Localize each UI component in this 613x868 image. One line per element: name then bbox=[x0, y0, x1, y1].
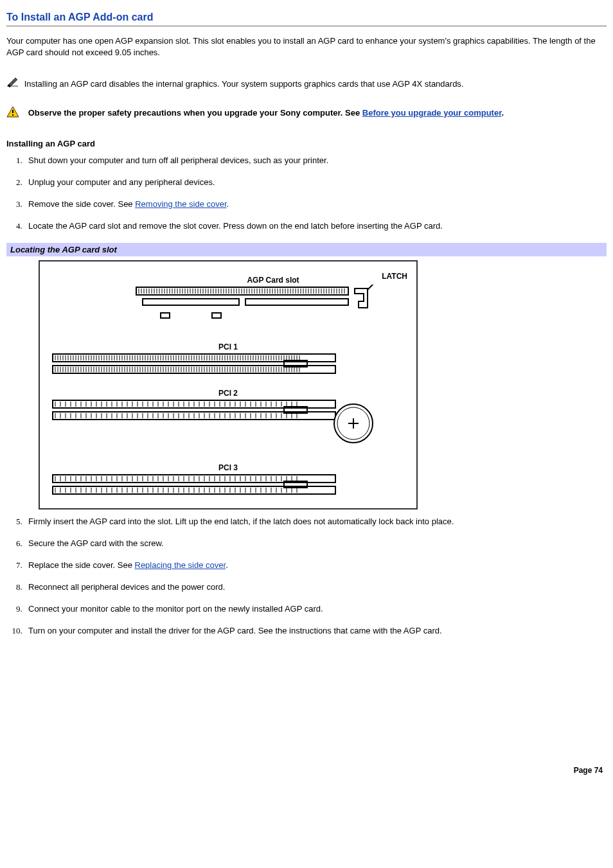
svg-rect-85 bbox=[143, 299, 239, 305]
steps-list-continued: Firmly insert the AGP card into the slot… bbox=[24, 516, 607, 637]
step-3-pre: Remove the side cover. See bbox=[28, 199, 135, 209]
svg-rect-1 bbox=[12, 110, 13, 113]
svg-rect-88 bbox=[161, 313, 170, 318]
step-8: Reconnect all peripheral devices and the… bbox=[24, 581, 607, 593]
step-3: Remove the side cover. See Removing the … bbox=[24, 199, 607, 210]
intro-paragraph: Your computer has one open AGP expansion… bbox=[6, 35, 607, 58]
svg-line-87 bbox=[368, 285, 374, 290]
step-6: Secure the AGP card with the screw. bbox=[24, 538, 607, 549]
step-1: Shut down your computer and turn off all… bbox=[24, 155, 607, 166]
step-2: Unplug your computer and any peripheral … bbox=[24, 177, 607, 188]
document-page: To Install an AGP Add-on card Your compu… bbox=[0, 0, 613, 781]
warning-link[interactable]: Before you upgrade your computer bbox=[362, 108, 502, 118]
warning-text-prefix: Observe the proper safety precautions wh… bbox=[28, 108, 362, 118]
figure-caption: Locating the AGP card slot bbox=[6, 243, 607, 256]
figure-container: LATCH AGP Card slot bbox=[39, 260, 607, 509]
pci2-slot-row: PCI 2 bbox=[46, 389, 410, 449]
step-7-link[interactable]: Replacing the side cover bbox=[135, 560, 226, 570]
warning-callout: Observe the proper safety precautions wh… bbox=[6, 106, 607, 121]
svg-rect-89 bbox=[212, 313, 221, 318]
pci1-slot-row: PCI 1 bbox=[46, 342, 410, 375]
step-10: Turn on your computer and install the dr… bbox=[24, 625, 607, 637]
step-7: Replace the side cover. See Replacing th… bbox=[24, 560, 607, 571]
note-callout: Installing an AGP card disables the inte… bbox=[6, 78, 607, 91]
pci1-label: PCI 1 bbox=[46, 342, 410, 351]
step-3-post: . bbox=[227, 199, 229, 209]
steps-list: Shut down your computer and turn off all… bbox=[24, 155, 607, 233]
step-9: Connect your monitor cable to the monito… bbox=[24, 603, 607, 615]
agp-slot-graphic bbox=[46, 285, 406, 324]
pci2-label: PCI 2 bbox=[46, 389, 410, 398]
step-3-link[interactable]: Removing the side cover bbox=[135, 199, 226, 209]
svg-rect-2 bbox=[12, 114, 13, 116]
step-7-post: . bbox=[226, 560, 228, 570]
agp-slot-row: AGP Card slot bbox=[46, 276, 410, 324]
figure-diagram: LATCH AGP Card slot bbox=[39, 260, 418, 509]
step-7-pre: Replace the side cover. See bbox=[28, 560, 135, 570]
page-number: Page 74 bbox=[6, 766, 607, 775]
note-pencil-icon bbox=[6, 78, 19, 91]
page-title: To Install an AGP Add-on card bbox=[6, 12, 607, 26]
step-5: Firmly insert the AGP card into the slot… bbox=[24, 516, 607, 527]
pci3-slot-graphic bbox=[46, 472, 355, 495]
pci3-label: PCI 3 bbox=[46, 463, 410, 472]
svg-rect-86 bbox=[245, 299, 348, 305]
agp-slot-label: AGP Card slot bbox=[136, 276, 410, 285]
pci1-slot-graphic bbox=[46, 351, 355, 375]
pci2-slot-graphic bbox=[46, 398, 406, 449]
section-subhead: Installing an AGP card bbox=[6, 139, 607, 148]
pci3-slot-row: PCI 3 bbox=[46, 463, 410, 495]
warning-text-suffix: . bbox=[501, 108, 504, 118]
note-text: Installing an AGP card disables the inte… bbox=[24, 79, 464, 89]
step-4: Locate the AGP card slot and remove the … bbox=[24, 220, 607, 232]
warning-triangle-icon bbox=[6, 106, 19, 121]
